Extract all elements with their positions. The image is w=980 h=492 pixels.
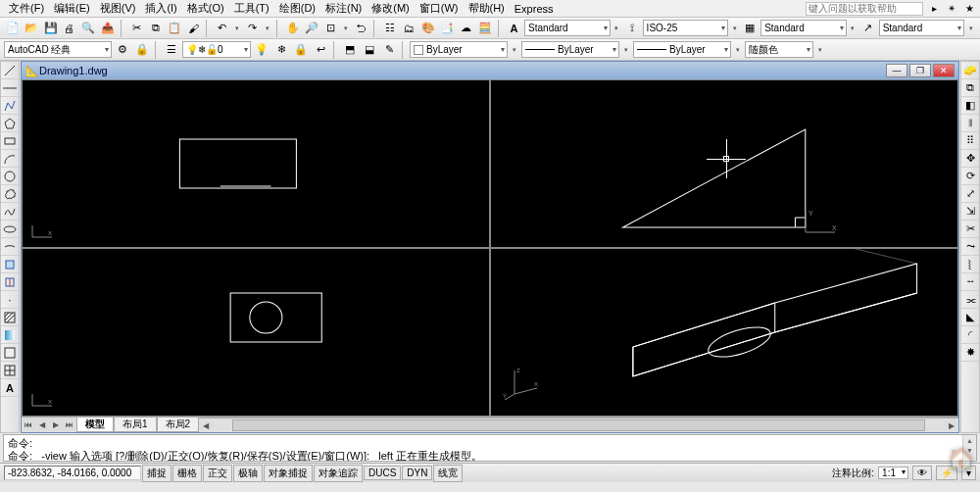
spline-tool-icon[interactable] <box>1 203 19 221</box>
paste-icon[interactable]: 📋 <box>166 20 182 37</box>
menu-modify[interactable]: 修改(M) <box>367 0 415 17</box>
menu-format[interactable]: 格式(O) <box>182 0 229 17</box>
menu-window[interactable]: 窗口(W) <box>415 0 464 17</box>
arc-tool-icon[interactable] <box>1 150 19 168</box>
menu-help[interactable]: 帮助(H) <box>464 0 510 17</box>
plot-preview-icon[interactable]: 🔍 <box>80 20 97 37</box>
undo-icon[interactable]: ↶ <box>214 20 230 37</box>
window-close-button[interactable]: ✕ <box>933 64 955 77</box>
save-icon[interactable]: 💾 <box>42 20 59 37</box>
lineweight-combo[interactable]: ByLayer <box>633 41 731 58</box>
zoom-flyout[interactable]: ▾ <box>341 25 351 32</box>
menu-express[interactable]: Express <box>510 2 559 16</box>
point-tool-icon[interactable]: · <box>1 291 19 309</box>
color-combo[interactable]: ByLayer <box>410 41 508 58</box>
dimstyle-combo[interactable]: ISO-25 <box>643 20 728 36</box>
tablestyle-combo[interactable]: Standard <box>760 20 846 36</box>
window-max-button[interactable]: ❐ <box>909 64 931 77</box>
tab-layout2[interactable]: 布局2 <box>157 418 200 432</box>
dc-icon[interactable]: 🗂 <box>401 20 417 37</box>
dimstyle-icon[interactable]: ⟟ <box>623 20 640 37</box>
cmd-scrollbar[interactable]: ▲ ▼ <box>962 435 976 461</box>
circle-tool-icon[interactable] <box>1 168 19 185</box>
window-min-button[interactable]: ― <box>886 64 907 77</box>
chamfer-tool-icon[interactable]: ◣ <box>961 309 979 326</box>
lwt-toggle[interactable]: 线宽 <box>433 465 463 482</box>
ellipse-tool-icon[interactable] <box>1 221 19 238</box>
anno-scale-combo[interactable]: 1:1 <box>878 467 908 479</box>
block-make-tool-icon[interactable] <box>1 273 19 291</box>
break-point-tool-icon[interactable]: ⦚ <box>961 256 979 273</box>
publish-icon[interactable]: 📤 <box>99 20 116 37</box>
qcalc-icon[interactable]: 🧮 <box>476 20 493 37</box>
open-icon[interactable]: 📂 <box>23 20 39 37</box>
tab-model[interactable]: 模型 <box>76 418 114 432</box>
menu-edit[interactable]: 编辑(E) <box>49 0 95 17</box>
ellipse-arc-tool-icon[interactable] <box>1 238 19 256</box>
dyn-toggle[interactable]: DYN <box>402 466 432 480</box>
workspace-settings-icon[interactable]: ⚙ <box>114 41 131 59</box>
line-tool-icon[interactable] <box>1 62 19 79</box>
tab-next-button[interactable]: ▶ <box>49 418 63 432</box>
rectangle-tool-icon[interactable] <box>1 132 19 150</box>
tool-palette-icon[interactable]: 🎨 <box>419 20 436 37</box>
snap-toggle[interactable]: 捕捉 <box>142 465 172 482</box>
zoom-rt-icon[interactable]: 🔎 <box>303 20 319 37</box>
xline-tool-icon[interactable] <box>1 79 19 97</box>
menu-file[interactable]: 文件(F) <box>4 0 49 17</box>
layer-off-icon[interactable]: 💡 <box>253 41 270 59</box>
array-tool-icon[interactable]: ⠿ <box>961 132 979 150</box>
block-insert-tool-icon[interactable] <box>1 256 19 273</box>
mleader-icon[interactable]: ↗ <box>859 20 876 37</box>
rotate-tool-icon[interactable]: ⟳ <box>961 168 979 185</box>
comm-center-icon[interactable]: ✴ <box>945 2 958 16</box>
block-insert-icon[interactable]: ⬒ <box>341 41 359 59</box>
pan-icon[interactable]: ✋ <box>284 20 301 37</box>
help-search-input[interactable] <box>806 2 923 16</box>
block-edit-icon[interactable]: ✎ <box>380 41 398 59</box>
textstyle-combo[interactable]: Standard <box>524 20 610 36</box>
anno-auto-icon[interactable]: ⚡ <box>936 466 957 480</box>
break-tool-icon[interactable]: ╌ <box>961 273 979 291</box>
markup-icon[interactable]: ☁ <box>458 20 474 37</box>
layer-prev-icon[interactable]: ↩ <box>312 41 329 59</box>
viewport-area[interactable]: X X Y <box>22 79 958 417</box>
menu-tools[interactable]: 工具(T) <box>229 0 274 17</box>
block-make-icon[interactable]: ⬓ <box>361 41 378 59</box>
offset-tool-icon[interactable]: ⫴ <box>961 115 979 132</box>
workspace-combo[interactable]: AutoCAD 经典 <box>4 41 112 58</box>
ducs-toggle[interactable]: DUCS <box>364 466 401 480</box>
dimstyle-flyout[interactable]: ▾ <box>730 25 740 32</box>
tablestyle-flyout[interactable]: ▾ <box>849 25 858 32</box>
status-tray-icon[interactable]: ▾ <box>961 466 976 480</box>
table-tool-icon[interactable] <box>1 362 19 379</box>
viewport-left[interactable]: X <box>22 248 490 417</box>
plotstyle-combo[interactable]: 随颜色 <box>745 41 813 58</box>
properties-icon[interactable]: ☷ <box>381 20 398 37</box>
viewport-iso[interactable]: X Y Z <box>490 248 958 417</box>
tab-prev-button[interactable]: ◀ <box>35 418 49 432</box>
layer-state-combo[interactable]: 💡❄🔓0 <box>182 41 251 58</box>
layer-freeze-icon[interactable]: ❄ <box>272 41 290 59</box>
viewport-top[interactable]: X <box>22 79 490 248</box>
osnap-toggle[interactable]: 对象捕捉 <box>264 465 313 482</box>
move-tool-icon[interactable]: ✥ <box>961 150 979 168</box>
erase-tool-icon[interactable]: 🧽 <box>961 62 979 79</box>
layer-manager-icon[interactable]: ☰ <box>163 41 180 59</box>
tablestyle-icon[interactable]: ▦ <box>742 20 759 37</box>
stretch-tool-icon[interactable]: ⇲ <box>961 203 979 221</box>
lineweight-flyout[interactable]: ▾ <box>733 46 743 54</box>
help-go-icon[interactable]: ▸ <box>927 2 941 16</box>
linetype-flyout[interactable]: ▾ <box>621 46 631 54</box>
layer-lock-icon[interactable]: 🔒 <box>292 41 310 59</box>
join-tool-icon[interactable]: ⫘ <box>961 291 979 309</box>
hatch-tool-icon[interactable] <box>1 309 19 326</box>
coords-readout[interactable]: -823.8632, -84.0166, 0.0000 <box>4 466 141 480</box>
favorite-icon[interactable]: ★ <box>962 2 976 16</box>
revcloud-tool-icon[interactable] <box>1 185 19 203</box>
textstyle-flyout[interactable]: ▾ <box>612 25 622 32</box>
mtext-tool-icon[interactable]: A <box>1 379 19 397</box>
menu-view[interactable]: 视图(V) <box>95 0 141 17</box>
scale-tool-icon[interactable]: ⤢ <box>961 185 979 203</box>
textstyle-button[interactable]: A <box>506 20 522 37</box>
